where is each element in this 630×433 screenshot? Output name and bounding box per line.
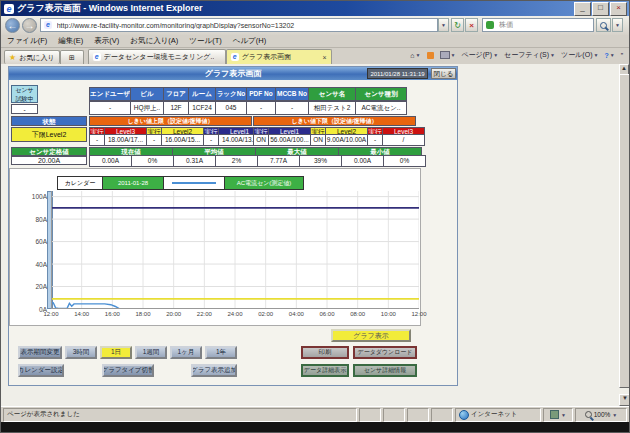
menu-edit[interactable]: 編集(E) (58, 36, 83, 46)
maximize-button[interactable]: □ (592, 2, 609, 16)
graph-add-button[interactable]: グラフ表示追加 (191, 364, 237, 377)
sensor-test-badge: センサ試験中 (11, 85, 38, 103)
rated-header: センサ定格値 (11, 147, 87, 156)
period-1week-button[interactable]: 1週間 (135, 346, 167, 359)
favorites-button[interactable]: ★ お気に入り (4, 50, 60, 64)
status-cell (359, 408, 381, 422)
ie-window: e グラフ表示画面 - Windows Internet Explorer _ … (0, 0, 630, 433)
url-input[interactable] (55, 21, 434, 30)
menu-view[interactable]: 表示(V) (94, 36, 119, 46)
menu-bar: ファイル(F) 編集(E) 表示(V) お気に入り(A) ツール(T) ヘルプ(… (1, 35, 629, 48)
star-icon: ★ (9, 53, 16, 62)
period-1year-button[interactable]: 1年 (205, 346, 237, 359)
protected-mode-cell[interactable]: ▼ (543, 408, 573, 422)
col-value: 045 (215, 101, 247, 115)
page-favicon: e (44, 21, 52, 29)
tab-bar: ★ お気に入り ⊞ e データセンター環境モニタリング.. e グラフ表示画面 … (1, 48, 629, 64)
search-button[interactable] (596, 18, 611, 32)
legend-calendar-label: カレンダー (57, 176, 103, 190)
scrollbar-thumb[interactable] (619, 74, 630, 388)
menu-help[interactable]: ヘルプ(H) (233, 36, 266, 46)
legend-series-label: AC電流セン(測定値) (224, 176, 304, 190)
status-bar: ページが表示されました インターネット ▼ 100% ▼ (1, 406, 629, 422)
col-value: 12F (163, 101, 189, 115)
home-icon: ⌂ (410, 52, 414, 59)
menu-tools[interactable]: ツール(T) (189, 36, 221, 46)
sensor-info-table: エンドユーザ- ビルHQ押上.. フロア12F ルーム1CF24 ラックNo04… (89, 87, 407, 115)
page-title: グラフ表示画面 (205, 69, 262, 78)
command-bar: ⌂▼ ▼ ページ(P)▼ セーフティ(S)▼ ツール(O)▼ ?▼ ” (410, 50, 623, 60)
close-window-button[interactable]: × (610, 2, 627, 16)
col-header: PDF No (246, 87, 276, 101)
chart-legend: カレンダー 2011-01-28 AC電流セン(測定値) (58, 176, 304, 190)
status-value: 下限Level2 (11, 127, 87, 142)
search-input[interactable] (497, 21, 590, 30)
zoom-control[interactable]: 100% ▼ (575, 408, 627, 422)
overflow-chevron[interactable]: ” (621, 52, 623, 59)
tab-datacenter-monitoring[interactable]: e データセンター環境モニタリング.. (88, 49, 226, 64)
minimize-button[interactable]: _ (574, 2, 591, 16)
zoom-icon (585, 411, 592, 418)
address-dropdown-button[interactable]: ▼ (438, 18, 449, 32)
back-button[interactable]: ← (5, 18, 20, 33)
help-menu[interactable]: ?▼ (604, 52, 614, 59)
calendar-setting-button[interactable]: カレンダー設定 (18, 364, 64, 377)
graph-show-button[interactable]: グラフ表示 (331, 329, 411, 342)
col-value: 相田テスト2 (308, 101, 356, 115)
data-detail-button[interactable]: データ詳細表示 (301, 364, 349, 377)
col-value: - (89, 101, 131, 115)
feeds-button[interactable] (427, 52, 434, 59)
printer-icon (440, 51, 450, 59)
ie-logo-icon: e (4, 4, 14, 14)
measurement-values: 0.00A 0% 0.31A 2% 7.77A 39% 0.00A 0% (89, 155, 426, 167)
search-box[interactable] (482, 18, 594, 32)
period-change-label-button[interactable]: 表示期間変更 (18, 346, 62, 359)
period-3hour-button[interactable]: 3時間 (65, 346, 97, 359)
tab-favicon: e (93, 53, 101, 61)
period-1day-button[interactable]: 1日 (100, 346, 132, 359)
threshold-upper-title: しきい値上限（設定値/復帰値） (89, 116, 252, 126)
col-header: フロア (163, 87, 189, 101)
legend-date: 2011-01-28 (102, 176, 164, 190)
page-menu[interactable]: ページ(P)▼ (461, 50, 498, 60)
address-field[interactable]: e (40, 18, 438, 32)
status-message: ページが表示されました (3, 408, 357, 422)
tab-favicon: e (231, 53, 239, 61)
col-header: ルーム (188, 87, 216, 101)
rss-icon (427, 52, 434, 59)
vertical-scrollbar[interactable]: ▲ ▼ (619, 64, 629, 406)
print-page-button[interactable]: 印刷 (301, 346, 349, 359)
page-close-button[interactable]: 閉じる (431, 68, 456, 79)
col-value: - (275, 101, 309, 115)
menu-favorites[interactable]: お気に入り(A) (130, 36, 178, 46)
safety-menu[interactable]: セーフティ(S)▼ (504, 50, 555, 60)
add-favorite-button[interactable]: ⊞ (60, 50, 84, 64)
favorites-label: お気に入り (19, 53, 55, 63)
forward-button[interactable]: → (22, 18, 37, 33)
data-download-button[interactable]: データダウンロード (353, 346, 417, 359)
status-cell (383, 408, 405, 422)
scroll-down-icon[interactable]: ▼ (619, 394, 630, 406)
home-button[interactable]: ⌂▼ (410, 52, 420, 59)
col-header: センサ種別 (355, 87, 407, 101)
threshold-lower-values: ON56.00A/100... ON9.00A/10.00A -/ (253, 134, 425, 146)
datetime-display: 2011/01/28 11:31:19 (367, 68, 428, 79)
col-value: - (246, 101, 276, 115)
refresh-icon[interactable]: ↻ (451, 18, 464, 32)
stop-icon[interactable]: × (465, 18, 478, 32)
period-1month-button[interactable]: 1ヶ月 (170, 346, 202, 359)
graph-type-button[interactable]: グラフタイプ切替 (102, 364, 154, 377)
print-button[interactable]: ▼ (440, 51, 456, 59)
help-icon: ? (604, 52, 608, 59)
tab-graph-display[interactable]: e グラフ表示画面 × (226, 49, 332, 64)
tab-close-icon[interactable]: × (323, 54, 327, 61)
threshold-upper-values: -18.00A/17... -16.00A/15... -14.00A/13..… (89, 134, 261, 146)
col-header: ラックNo (215, 87, 247, 101)
sensor-detail-button[interactable]: センサ詳細情報 (353, 364, 417, 377)
tab-label: データセンター環境モニタリング.. (104, 52, 215, 62)
menu-file[interactable]: ファイル(F) (7, 36, 47, 46)
col-value: 1CF24 (188, 101, 216, 115)
zoom-level: 100% (594, 411, 611, 418)
tools-menu[interactable]: ツール(O)▼ (561, 50, 598, 60)
search-options-button[interactable]: ▼ (612, 18, 623, 32)
